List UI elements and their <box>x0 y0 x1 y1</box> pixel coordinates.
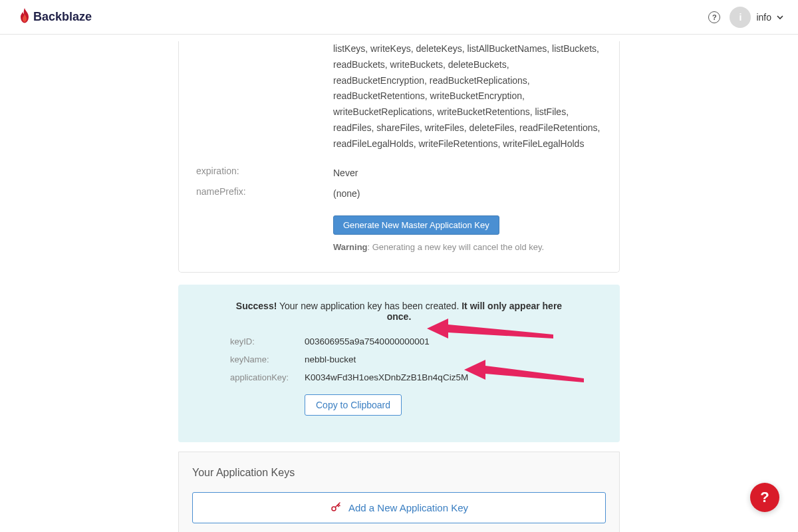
keyid-value: 003606955a9a7540000000001 <box>305 336 430 346</box>
generate-master-key-button[interactable]: Generate New Master Application Key <box>333 215 499 235</box>
header-right: ? i info <box>708 7 783 28</box>
key-icon <box>330 501 342 515</box>
appkey-label: applicationKey: <box>230 372 305 382</box>
generate-warning: Warning: Generating a new key will cance… <box>333 240 602 255</box>
center-column: listKeys, writeKeys, deleteKeys, listAll… <box>178 35 620 532</box>
copy-to-clipboard-button[interactable]: Copy to Clipboard <box>305 394 402 416</box>
flame-icon <box>19 8 31 26</box>
your-keys-card: Your Application Keys Add a New Applicat… <box>178 452 620 532</box>
top-header: Backblaze ? i info <box>0 0 798 35</box>
appkey-value: K0034wFd3H1oesXDnbZzB1Bn4qCiz5M <box>305 372 468 382</box>
keyname-label: keyName: <box>230 354 305 364</box>
page-body: listKeys, writeKeys, deleteKeys, listAll… <box>0 35 798 532</box>
success-heading: Success! Your new application key has be… <box>230 301 568 322</box>
add-new-application-key-button[interactable]: Add a New Application Key <box>192 492 606 523</box>
avatar: i <box>730 7 751 28</box>
user-menu[interactable]: i info <box>730 7 783 28</box>
master-key-card: listKeys, writeKeys, deleteKeys, listAll… <box>178 41 620 273</box>
keyid-label: keyID: <box>230 336 305 346</box>
your-keys-title: Your Application Keys <box>192 467 606 479</box>
name-prefix-label: namePrefix: <box>196 186 333 197</box>
user-label: info <box>756 12 771 23</box>
add-key-label: Add a New Application Key <box>348 502 468 513</box>
expiration-label: expiration: <box>196 166 333 176</box>
chevron-down-icon <box>777 14 783 21</box>
floating-help-button[interactable]: ? <box>750 483 779 512</box>
name-prefix-value: (none) <box>333 186 602 202</box>
help-icon[interactable]: ? <box>708 11 720 23</box>
success-panel: Success! Your new application key has be… <box>178 285 620 442</box>
expiration-value: Never <box>333 166 602 182</box>
brand-name: Backblaze <box>33 10 92 24</box>
keyname-value: nebbl-bucket <box>305 354 356 364</box>
brand-logo[interactable]: Backblaze <box>19 8 92 26</box>
capabilities-value: listKeys, writeKeys, deleteKeys, listAll… <box>333 41 602 152</box>
